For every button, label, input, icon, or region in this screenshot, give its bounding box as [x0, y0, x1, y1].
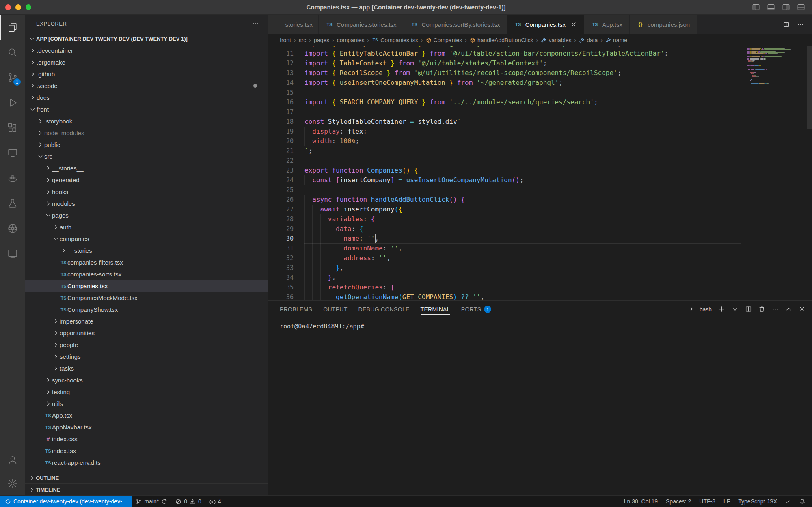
line-content[interactable]: const [insertCompany] = useInsertOneComp… [304, 175, 741, 185]
tab-companies-sortby-stories-tsx[interactable]: TSCompanies.sortBy.stories.tsx [404, 15, 508, 34]
breadcrumb-data[interactable]: data [579, 37, 598, 43]
tree-item-front[interactable]: front [25, 104, 268, 115]
line-content[interactable]: import { useInsertOneCompanyMutation } f… [304, 78, 741, 88]
line-content[interactable]: import { SEARCH_COMPANY_QUERY } from '..… [304, 97, 741, 107]
language-mode-indicator[interactable]: TypeScript JSX [734, 496, 781, 507]
code-line-29[interactable]: 29 data: { [268, 224, 741, 234]
tree-item-testing[interactable]: testing [25, 386, 268, 398]
close-panel-button[interactable] [799, 306, 806, 313]
line-content[interactable]: import { WithTopBarContainer } from '@/u… [304, 46, 741, 49]
terminal-instance-label[interactable]: bash [690, 306, 712, 313]
line-number[interactable]: 15 [268, 88, 304, 97]
tree-item-appnavbar-tsx[interactable]: TSAppNavbar.tsx [25, 421, 268, 433]
editor-scrollbar[interactable] [806, 46, 812, 300]
zoom-window-button[interactable] [26, 4, 31, 10]
tree-item-modules[interactable]: modules [25, 198, 268, 209]
code-line-11[interactable]: 11import { EntityTableActionBar } from '… [268, 49, 741, 58]
toggle-primary-sidebar-icon[interactable] [752, 3, 760, 12]
breadcrumb-companies[interactable]: companies [337, 37, 365, 43]
line-number[interactable]: 36 [268, 292, 304, 300]
code-line-25[interactable]: 25 [268, 185, 741, 195]
maximize-panel-button[interactable] [785, 306, 792, 313]
line-content[interactable]: getOperationName(GET_COMPANIES) ?? '', [304, 292, 741, 300]
line-number[interactable]: 29 [268, 224, 304, 234]
tree-item-app-tsx[interactable]: TSApp.tsx [25, 410, 268, 421]
line-content[interactable]: display: flex; [304, 127, 741, 136]
line-number[interactable]: 23 [268, 166, 304, 175]
line-number[interactable]: 30 [268, 234, 304, 244]
breadcrumb-handleaddbuttonclick[interactable]: handleAddButtonClick [470, 37, 533, 43]
tree-item-auth[interactable]: auth [25, 221, 268, 233]
line-number[interactable]: 10 [268, 46, 304, 49]
activity-live-preview-button[interactable] [0, 241, 25, 266]
line-content[interactable]: domainName: '', [304, 244, 741, 253]
line-content[interactable]: width: 100%; [304, 136, 741, 146]
line-content[interactable] [304, 185, 741, 195]
line-number[interactable]: 12 [268, 58, 304, 68]
breadcrumb-src[interactable]: src [299, 37, 307, 43]
tree-item-react-app-env-d-ts[interactable]: TSreact-app-env.d.ts [25, 457, 268, 468]
line-number[interactable]: 32 [268, 253, 304, 263]
breadcrumb-companies-tsx[interactable]: TSCompanies.tsx [372, 37, 418, 43]
code-line-10[interactable]: 10import { WithTopBarContainer } from '@… [268, 46, 741, 49]
line-number[interactable]: 18 [268, 117, 304, 127]
tree-item-companies-filters-tsx[interactable]: TScompanies-filters.tsx [25, 257, 268, 268]
line-number[interactable]: 16 [268, 97, 304, 107]
line-content[interactable]: }, [304, 263, 741, 273]
split-terminal-button[interactable] [745, 306, 752, 313]
line-number[interactable]: 22 [268, 156, 304, 166]
tree-item-companies-sorts-tsx[interactable]: TScompanies-sorts.tsx [25, 268, 268, 280]
code-line-15[interactable]: 15 [268, 88, 741, 97]
code-line-19[interactable]: 19 display: flex; [268, 127, 741, 136]
scrollbar-slider[interactable] [807, 46, 812, 129]
line-content[interactable]: refetchQueries: [ [304, 283, 741, 292]
tree-item-vscode[interactable]: .vscode [25, 80, 268, 92]
line-number[interactable]: 25 [268, 185, 304, 195]
code-editor[interactable]: 10import { WithTopBarContainer } from '@… [268, 46, 812, 300]
terminal[interactable]: root@0a42ecd84891:/app# [268, 317, 812, 495]
split-editor-button[interactable] [783, 21, 790, 28]
sidebar-more-actions-button[interactable] [252, 20, 259, 27]
line-number[interactable]: 35 [268, 283, 304, 292]
code-line-16[interactable]: 16import { SEARCH_COMPANY_QUERY } from '… [268, 97, 741, 107]
line-number[interactable]: 20 [268, 136, 304, 146]
activity-explorer-button[interactable] [0, 15, 25, 40]
code-line-18[interactable]: 18const StyledTableContainer = styled.di… [268, 117, 741, 127]
encoding-indicator[interactable]: UTF-8 [695, 496, 719, 507]
tree-item-sync-hooks[interactable]: sync-hooks [25, 374, 268, 386]
cursor-position-indicator[interactable]: Ln 30, Col 19 [620, 496, 662, 507]
breadcrumb-companies[interactable]: Companies [426, 37, 462, 43]
kill-terminal-button[interactable] [758, 306, 765, 313]
code-line-12[interactable]: 12import { TableContext } from '@/ui/tab… [268, 58, 741, 68]
close-window-button[interactable] [5, 4, 11, 10]
indentation-indicator[interactable]: Spaces: 2 [662, 496, 695, 507]
line-content[interactable]: data: { [304, 224, 741, 234]
line-number[interactable]: 34 [268, 273, 304, 283]
line-number[interactable]: 28 [268, 214, 304, 224]
activity-testing-button[interactable] [0, 191, 25, 216]
code-line-27[interactable]: 27 await insertCompany({ [268, 205, 741, 214]
line-content[interactable]: }, [304, 273, 741, 283]
activity-accounts-button[interactable] [0, 448, 25, 472]
line-number[interactable]: 14 [268, 78, 304, 88]
line-number[interactable]: 21 [268, 146, 304, 156]
line-content[interactable]: import { EntityTableActionBar } from '@/… [304, 49, 741, 58]
line-number[interactable]: 19 [268, 127, 304, 136]
activity-run-and-debug-button[interactable] [0, 90, 25, 115]
tree-item-settings[interactable]: settings [25, 351, 268, 362]
code-line-34[interactable]: 34 }, [268, 273, 741, 283]
line-content[interactable]: import { RecoilScope } from '@/ui/utilit… [304, 68, 741, 78]
line-content[interactable]: name: '', [304, 234, 741, 244]
tree-item-tasks[interactable]: tasks [25, 362, 268, 374]
activity-manage-button[interactable] [0, 472, 25, 495]
tree-item-storybook[interactable]: .storybook [25, 115, 268, 127]
workspace-section-header[interactable]: APP [CONTAINER DEV-TWENTY-DEV (DEV-TWENT… [25, 32, 268, 45]
breadcrumb-pages[interactable]: pages [314, 37, 329, 43]
code-line-31[interactable]: 31 domainName: '', [268, 244, 741, 253]
close-tab-button[interactable] [570, 21, 577, 28]
tab-companies-tsx[interactable]: TSCompanies.tsx [508, 15, 584, 34]
breadcrumb-front[interactable]: front [280, 37, 291, 43]
tree-item-people[interactable]: people [25, 339, 268, 351]
panel-tab-output[interactable]: OUTPUT [323, 301, 347, 317]
line-number[interactable]: 11 [268, 49, 304, 58]
